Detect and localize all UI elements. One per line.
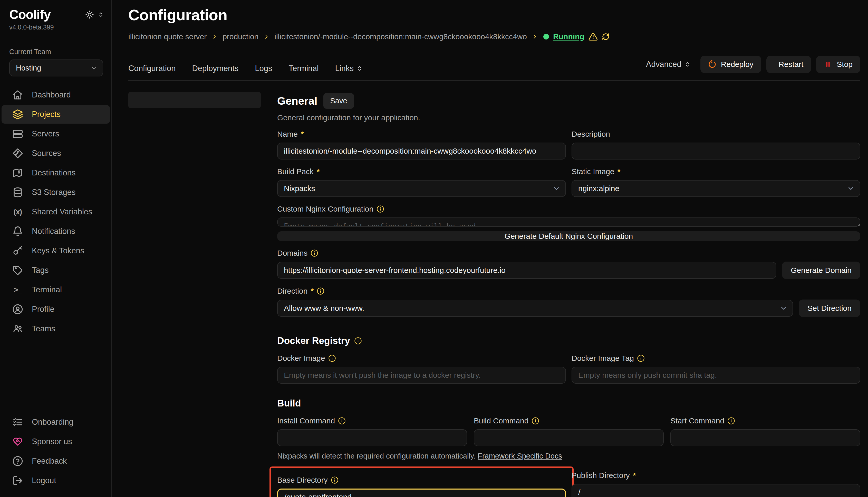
name-label: Name — [277, 130, 298, 139]
sidebar-item-shared-variables[interactable]: (x) Shared Variables — [2, 203, 110, 221]
tab-links[interactable]: Links — [335, 64, 363, 73]
sidebar: Coolify v4.0.0-beta.399 Current Team Hos… — [0, 0, 112, 497]
sidebar-item-notifications[interactable]: Notifications — [2, 222, 110, 241]
docker-image-tag-input[interactable] — [571, 367, 860, 384]
set-direction-button[interactable]: Set Direction — [799, 300, 860, 317]
status-running-link[interactable]: Running — [553, 32, 584, 41]
domains-input[interactable] — [277, 262, 776, 279]
subnav-item-rollback[interactable] — [128, 277, 261, 293]
subnav-item-scheduled-tasks[interactable] — [128, 203, 261, 219]
chevron-down-icon — [780, 304, 787, 312]
publish-directory-input[interactable] — [571, 484, 860, 497]
breadcrumb-environment[interactable]: production — [222, 32, 259, 41]
base-directory-input[interactable] — [277, 488, 566, 497]
advanced-dropdown[interactable]: Advanced — [646, 60, 691, 69]
save-button[interactable]: Save — [323, 93, 354, 109]
install-command-label: Install Command — [277, 416, 335, 425]
docker-image-input[interactable] — [277, 367, 566, 384]
generate-domain-button[interactable]: Generate Domain — [782, 261, 860, 279]
subnav-item-webhooks[interactable] — [128, 221, 261, 237]
sidebar-item-servers[interactable]: Servers — [2, 125, 110, 143]
stop-button[interactable]: Stop — [816, 56, 860, 73]
start-command-input[interactable] — [670, 429, 860, 446]
required-star — [311, 287, 314, 295]
sidebar-footer-nav: Onboarding Sponsor us Feedback Logout — [0, 409, 111, 490]
sidebar-item-feedback[interactable]: Feedback — [2, 452, 110, 470]
docker-registry-title: Docker Registry — [277, 336, 350, 346]
subnav-item-healthcheck[interactable] — [128, 258, 261, 274]
tab-deployments[interactable]: Deployments — [192, 64, 241, 73]
tabs: Configuration Deployments Logs Terminal … — [128, 64, 363, 73]
info-icon — [317, 287, 325, 295]
tab-logs[interactable]: Logs — [255, 64, 275, 73]
app-logo[interactable]: Coolify — [9, 7, 51, 22]
subnav-item-tags[interactable] — [128, 351, 261, 367]
sidebar-item-profile[interactable]: Profile — [2, 300, 110, 318]
breadcrumb-application[interactable]: illicitestonion/-module--decomposition:m… — [274, 32, 527, 41]
build-command-label: Build Command — [474, 416, 528, 425]
content: Configuration illicitonion quote server … — [112, 0, 868, 497]
subnav-item-danger-zone[interactable] — [128, 369, 261, 385]
theme-sun-icon[interactable] — [85, 10, 94, 19]
generate-nginx-button[interactable]: Generate Default Nginx Configuration — [277, 231, 860, 241]
sidebar-item-onboarding[interactable]: Onboarding — [2, 413, 110, 431]
sidebar-item-sources[interactable]: Sources — [2, 144, 110, 162]
sidebar-item-destinations[interactable]: Destinations — [2, 164, 110, 182]
custom-nginx-textarea[interactable] — [277, 217, 860, 227]
subnav-item-resource-limits[interactable] — [128, 295, 261, 311]
breadcrumb-project[interactable]: illicitonion quote server — [128, 32, 207, 41]
sidebar-item-projects[interactable]: Projects — [2, 105, 110, 124]
chevron-down-icon — [90, 65, 98, 72]
static-image-label: Static Image — [571, 167, 615, 176]
stop-icon — [824, 60, 832, 69]
theme-chevron-updown-icon[interactable] — [98, 11, 104, 18]
restart-button[interactable]: Restart — [766, 56, 811, 73]
sidebar-item-teams[interactable]: Teams — [2, 320, 110, 338]
help-icon — [12, 456, 23, 467]
sidebar-item-tags[interactable]: Tags — [2, 261, 110, 280]
refresh-icon[interactable] — [602, 33, 609, 41]
sidebar-item-logout[interactable]: Logout — [2, 471, 110, 490]
breadcrumb: illicitonion quote server production ill… — [128, 32, 860, 41]
tab-bar: Configuration Deployments Logs Terminal … — [128, 56, 860, 81]
build-pack-select[interactable]: Nixpacks — [277, 180, 566, 197]
subnav-item-advanced[interactable] — [128, 111, 261, 126]
subnav-item-persistent-storage[interactable] — [128, 147, 261, 164]
home-icon — [12, 89, 23, 100]
sidebar-item-terminal[interactable]: >_ Terminal — [2, 281, 110, 299]
subnav-item-preview-deployments[interactable] — [128, 240, 261, 256]
sidebar-item-keys-tokens[interactable]: Keys & Tokens — [2, 242, 110, 260]
build-command-input[interactable] — [474, 429, 664, 446]
heart-icon — [12, 436, 23, 447]
build-pack-label: Build Pack — [277, 167, 314, 176]
team-select[interactable]: Hosting — [9, 59, 103, 76]
required-star — [633, 471, 636, 480]
subnav-item-metrics[interactable] — [128, 332, 261, 348]
required-star — [301, 130, 304, 139]
framework-docs-link[interactable]: Framework Specific Docs — [478, 452, 562, 460]
action-buttons: Redeploy Restart Stop — [700, 56, 860, 73]
direction-select[interactable]: Allow www & non-www. — [277, 300, 793, 317]
sidebar-nav: Dashboard Projects Servers Sources Desti… — [0, 82, 111, 338]
info-icon — [328, 354, 336, 362]
nixpacks-note: Nixpacks will detect the required config… — [277, 452, 860, 460]
subnav-item-environment-variables[interactable] — [128, 129, 261, 145]
install-command-input[interactable] — [277, 429, 467, 446]
layers-icon — [12, 109, 23, 120]
sidebar-item-s3-storages[interactable]: S3 Storages — [2, 183, 110, 202]
docker-image-label: Docker Image — [277, 354, 325, 363]
sidebar-item-sponsor-us[interactable]: Sponsor us — [2, 432, 110, 451]
current-team-label: Current Team — [9, 48, 102, 56]
warning-icon[interactable] — [589, 32, 598, 41]
description-input[interactable] — [571, 143, 860, 159]
sidebar-item-dashboard[interactable]: Dashboard — [2, 86, 110, 104]
tab-terminal[interactable]: Terminal — [289, 64, 321, 73]
subnav-item-servers[interactable] — [128, 184, 261, 200]
subnav-item-resource-operations[interactable] — [128, 314, 261, 329]
redeploy-button[interactable]: Redeploy — [700, 56, 761, 73]
name-input[interactable] — [277, 143, 566, 159]
subnav-item-general[interactable] — [128, 92, 261, 108]
static-image-select[interactable]: nginx:alpine — [571, 180, 860, 197]
tab-configuration[interactable]: Configuration — [128, 64, 178, 73]
subnav-item-git-source[interactable] — [128, 166, 261, 182]
